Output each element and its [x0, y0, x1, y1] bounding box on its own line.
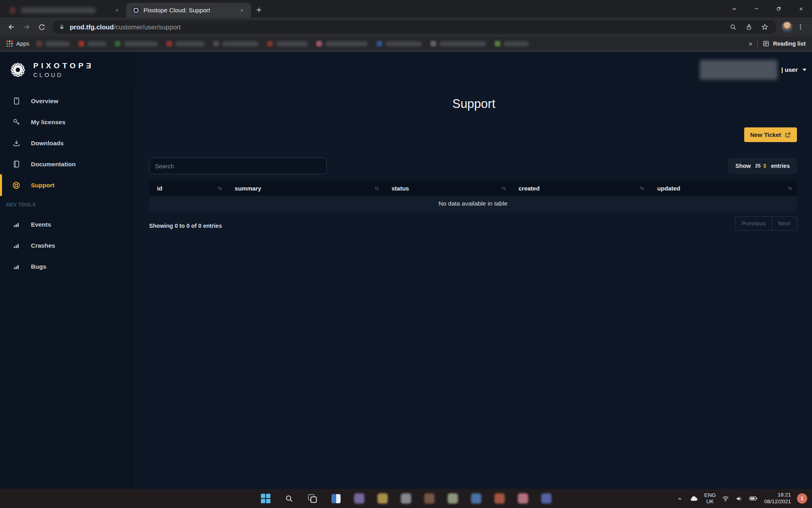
- taskbar-clock[interactable]: 18:21 08/12/2021: [764, 492, 791, 505]
- url-domain: prod.tfg.cloud: [70, 23, 114, 31]
- reload-button[interactable]: [34, 19, 49, 35]
- wifi-icon[interactable]: [722, 495, 730, 502]
- taskbar-app-button[interactable]: [494, 493, 505, 504]
- start-button[interactable]: [260, 493, 271, 504]
- forward-button[interactable]: [19, 19, 34, 35]
- hidden-icons-chevron-icon[interactable]: [676, 495, 683, 502]
- bookmark-item[interactable]: [36, 41, 70, 46]
- next-button[interactable]: Next: [772, 217, 797, 230]
- taskbar-app-button[interactable]: [541, 493, 552, 504]
- lock-icon[interactable]: [59, 24, 65, 30]
- user-menu[interactable]: | user: [781, 66, 798, 73]
- bar-chart-icon: [12, 242, 21, 249]
- widgets-button[interactable]: [330, 493, 341, 504]
- windows-logo-icon: [261, 494, 270, 503]
- browser-titlebar: Pixotope Cloud: Support +: [0, 0, 812, 17]
- sort-icon[interactable]: [787, 185, 793, 191]
- taskbar-app-button[interactable]: [424, 493, 435, 504]
- previous-button[interactable]: Previous: [735, 217, 772, 230]
- search-input[interactable]: [149, 158, 327, 174]
- overview-icon: [12, 97, 21, 105]
- bookmark-item[interactable]: [167, 41, 205, 46]
- bookmark-item[interactable]: [213, 41, 259, 46]
- active-indicator: [0, 174, 2, 196]
- page-size-select[interactable]: 25: [755, 163, 767, 169]
- address-bar[interactable]: prod.tfg.cloud/customer/user/support: [52, 20, 776, 34]
- bookmark-item[interactable]: [267, 41, 308, 46]
- app-icon: [448, 493, 458, 504]
- tab-close-icon[interactable]: [237, 5, 247, 15]
- profile-avatar[interactable]: [781, 21, 793, 33]
- column-header-updated[interactable]: updated: [649, 181, 797, 196]
- column-header-summary[interactable]: summary: [227, 181, 383, 196]
- notification-badge[interactable]: 1: [797, 493, 807, 504]
- column-header-created[interactable]: created: [511, 181, 649, 196]
- taskbar-app-button[interactable]: [517, 493, 529, 504]
- close-button[interactable]: [790, 0, 812, 17]
- sidebar: Overview My licenses Downloads Documenta…: [0, 88, 136, 489]
- onedrive-cloud-icon[interactable]: [689, 495, 698, 503]
- bookmarks-overflow-button[interactable]: »: [749, 40, 752, 48]
- sidebar-item-downloads[interactable]: Downloads: [0, 133, 135, 154]
- caret-down-icon[interactable]: [802, 69, 806, 71]
- sidebar-item-my-licenses[interactable]: My licenses: [0, 112, 135, 133]
- language-indicator[interactable]: ENG UK: [704, 492, 716, 505]
- tab-title: Pixotope Cloud: Support: [144, 7, 210, 14]
- share-icon[interactable]: [742, 20, 756, 34]
- tab-close-icon[interactable]: [112, 5, 122, 15]
- bookmark-favicon-icon: [431, 41, 436, 46]
- sort-icon[interactable]: [374, 185, 380, 191]
- taskbar-app-button[interactable]: [354, 493, 365, 504]
- bookmark-item[interactable]: [316, 41, 368, 46]
- app-icon: [541, 493, 552, 504]
- column-header-status[interactable]: status: [384, 181, 511, 196]
- volume-icon[interactable]: [735, 495, 743, 502]
- pagination: Previous Next: [735, 216, 797, 231]
- bookmark-favicon-icon: [167, 41, 172, 46]
- task-view-button[interactable]: [307, 493, 318, 504]
- sort-icon[interactable]: [501, 185, 507, 191]
- taskbar-app-button[interactable]: [447, 493, 458, 504]
- taskbar-search-button[interactable]: [283, 493, 295, 504]
- pixotope-favicon-icon: [132, 7, 140, 14]
- app-icon: [518, 493, 528, 504]
- bookmark-favicon-icon: [495, 41, 500, 46]
- menu-kebab-icon[interactable]: [793, 19, 808, 35]
- sort-icon[interactable]: [639, 185, 645, 191]
- browser-tab-active[interactable]: Pixotope Cloud: Support: [126, 3, 251, 17]
- back-button[interactable]: [4, 19, 19, 35]
- column-header-id[interactable]: id: [149, 181, 227, 196]
- bookmark-item[interactable]: [115, 41, 158, 46]
- bookmark-item[interactable]: [79, 41, 106, 46]
- battery-icon[interactable]: [749, 495, 758, 502]
- bookmark-star-icon[interactable]: [758, 20, 772, 34]
- brand-sub: CLOUD: [33, 71, 94, 78]
- taskbar-app-button[interactable]: [377, 493, 388, 504]
- browser-tab-inactive[interactable]: [0, 3, 126, 17]
- task-view-icon: [308, 494, 317, 503]
- reading-list-button[interactable]: Reading list: [762, 40, 806, 47]
- bookmark-item[interactable]: [377, 41, 422, 46]
- new-tab-button[interactable]: +: [251, 3, 267, 17]
- sidebar-item-documentation[interactable]: Documentation: [0, 154, 135, 175]
- restore-button[interactable]: [768, 0, 790, 17]
- zoom-icon[interactable]: [726, 20, 740, 34]
- bookmark-item[interactable]: [495, 41, 529, 46]
- taskbar-app-button[interactable]: [400, 493, 412, 504]
- tab-search-chevron-icon[interactable]: [723, 0, 745, 17]
- minimize-button[interactable]: [745, 0, 768, 17]
- sidebar-item-crashes[interactable]: Crashes: [0, 235, 135, 256]
- page-title: Support: [136, 97, 812, 111]
- sidebar-item-support[interactable]: Support: [0, 175, 135, 196]
- bookmark-item[interactable]: [431, 41, 486, 46]
- pixotope-logo[interactable]: PIXOTOPƎ CLOUD: [0, 52, 136, 88]
- new-ticket-button[interactable]: New Ticket: [744, 127, 797, 142]
- apps-button[interactable]: Apps: [6, 40, 29, 47]
- sidebar-item-events[interactable]: Events: [0, 214, 135, 235]
- sidebar-item-bugs[interactable]: Bugs: [0, 256, 135, 277]
- sort-icon[interactable]: [217, 185, 223, 191]
- main-content: Support New Ticket Show 25 entries id: [136, 88, 812, 489]
- sidebar-item-overview[interactable]: Overview: [0, 90, 135, 112]
- app-icon: [401, 493, 411, 504]
- taskbar-app-button[interactable]: [471, 493, 482, 504]
